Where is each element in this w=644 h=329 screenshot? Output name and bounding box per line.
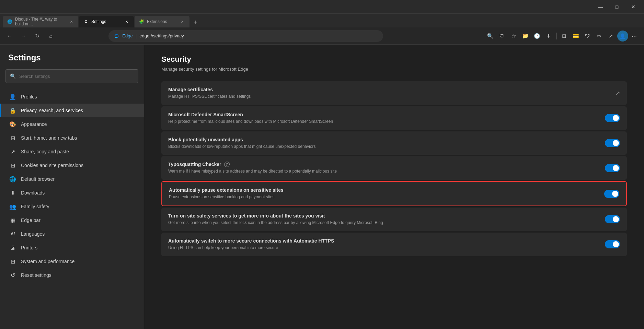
setting-title-site-safety: Turn on site safety services to get more… xyxy=(168,213,598,219)
toggle-defender[interactable] xyxy=(605,114,620,122)
sidebar-item-label-privacy: Privacy, search, and services xyxy=(21,108,83,113)
setting-title-auto-https: Automatically switch to more secure conn… xyxy=(168,238,598,244)
privacy-icon: 🔒 xyxy=(9,107,16,114)
settings-title: Settings xyxy=(0,53,144,69)
toggle-typosquatting[interactable] xyxy=(605,164,620,172)
sidebar-item-cookies[interactable]: ⊞ Cookies and site permissions xyxy=(0,158,144,172)
screenshot-icon[interactable]: ✂ xyxy=(594,31,605,42)
history-icon[interactable]: 🕐 xyxy=(532,31,543,42)
sidebar-item-label-cookies: Cookies and site permissions xyxy=(21,163,83,168)
sidebar-item-label-profiles: Profiles xyxy=(21,94,37,99)
sidebar-item-system[interactable]: ⊟ System and performance xyxy=(0,255,144,268)
address-bar: ← → ↻ ⌂ Edge | 🔍 🛡 ☆ 📁 🕐 ⬇ ⊞ 💳 🛡 ✂ ↗ 👤 ⋯ xyxy=(0,27,644,45)
page-title: Security xyxy=(161,55,627,64)
adblock-icon[interactable]: 🛡 xyxy=(582,31,593,42)
downloads-icon[interactable]: ⬇ xyxy=(543,31,554,42)
apps-icon[interactable]: ⊞ xyxy=(559,31,570,42)
sidebar-item-reset[interactable]: ↺ Reset settings xyxy=(0,268,144,282)
setting-title-typosquatting: Typosquatting Checker ? xyxy=(168,162,598,167)
tab-label-disqus: Disqus - The #1 way to build an... xyxy=(15,17,66,26)
sidebar-item-label-languages: Languages xyxy=(21,231,45,237)
setting-defender: Microsoft Defender SmartScreen Help prot… xyxy=(161,106,627,130)
browser-essentials-icon[interactable]: 🛡 xyxy=(497,31,508,42)
sidebar-item-share[interactable]: ↗ Share, copy and paste xyxy=(0,145,144,158)
sidebar-item-appearance[interactable]: 🎨 Appearance xyxy=(0,117,144,131)
sidebar-item-label-edge-bar: Edge bar xyxy=(21,218,41,223)
sidebar-item-default-browser[interactable]: 🌐 Default browser xyxy=(0,172,144,186)
setting-manage-certs: Manage certificates Manage HTTPS/SSL cer… xyxy=(161,81,627,105)
refresh-button[interactable]: ↻ xyxy=(32,31,43,42)
tab-close-settings[interactable]: ✕ xyxy=(124,19,130,25)
sidebar-item-family[interactable]: 👥 Family safety xyxy=(0,200,144,213)
sidebar-item-languages[interactable]: A/ Languages xyxy=(0,227,144,241)
share-icon: ↗ xyxy=(9,148,16,155)
main-layout: Settings 🔍 👤 Profiles 🔒 Privacy, search,… xyxy=(0,45,644,329)
setting-desc-manage-certs: Manage HTTPS/SSL certificates and settin… xyxy=(168,94,609,99)
title-bar: — □ ✕ xyxy=(0,0,644,14)
sidebar-item-label-printers: Printers xyxy=(21,245,37,250)
sidebar: Settings 🔍 👤 Profiles 🔒 Privacy, search,… xyxy=(0,45,144,329)
setting-title-pause-extensions: Automatically pause extensions on sensit… xyxy=(169,187,597,193)
wallet-icon[interactable]: 💳 xyxy=(571,31,582,42)
toggle-block-unwanted[interactable] xyxy=(605,139,620,147)
home-button[interactable]: ⌂ xyxy=(45,31,56,42)
downloads-icon: ⬇ xyxy=(9,189,16,196)
url-input[interactable] xyxy=(139,33,378,38)
new-tab-button[interactable]: + xyxy=(190,17,200,27)
search-input[interactable] xyxy=(19,74,134,79)
maximize-button[interactable]: □ xyxy=(609,1,625,12)
sidebar-item-edge-bar[interactable]: ▦ Edge bar xyxy=(0,213,144,227)
tab-close-disqus[interactable]: ✕ xyxy=(69,19,74,25)
tab-icon-settings: ⚙ xyxy=(83,19,89,24)
favorites-icon[interactable]: ☆ xyxy=(508,31,519,42)
sidebar-item-label-reset: Reset settings xyxy=(21,272,51,278)
minimize-button[interactable]: — xyxy=(593,1,608,12)
external-link-icon[interactable]: ↗ xyxy=(616,90,620,96)
setting-site-safety: Turn on site safety services to get more… xyxy=(161,208,627,231)
setting-desc-site-safety: Get more site info when you select the l… xyxy=(168,220,598,226)
edge-logo-icon xyxy=(113,33,119,39)
search-box[interactable]: 🔍 xyxy=(5,69,138,83)
sidebar-item-label-family: Family safety xyxy=(21,204,49,209)
sidebar-item-downloads[interactable]: ⬇ Downloads xyxy=(0,186,144,200)
sidebar-item-privacy[interactable]: 🔒 Privacy, search, and services xyxy=(0,104,144,117)
toggle-pause-extensions[interactable] xyxy=(604,190,619,198)
setting-desc-block-unwanted: Blocks downloads of low-reputation apps … xyxy=(168,144,598,150)
sidebar-item-label-system: System and performance xyxy=(21,259,74,264)
toolbar-icons: 🔍 🛡 ☆ 📁 🕐 ⬇ ⊞ 💳 🛡 ✂ ↗ 👤 ⋯ xyxy=(485,31,640,42)
toggle-site-safety[interactable] xyxy=(605,215,620,223)
tab-disqus[interactable]: 🌐 Disqus - The #1 way to build an... ✕ xyxy=(3,16,78,27)
tab-settings[interactable]: ⚙ Settings ✕ xyxy=(79,16,134,27)
languages-icon: A/ xyxy=(9,231,16,237)
sidebar-item-start-home[interactable]: ⊞ Start, home, and new tabs xyxy=(0,131,144,145)
search-icon[interactable]: 🔍 xyxy=(485,31,496,42)
setting-title-defender: Microsoft Defender SmartScreen xyxy=(168,112,598,117)
tab-icon-extensions: 🧩 xyxy=(139,19,144,24)
share-icon[interactable]: ↗ xyxy=(606,31,617,42)
forward-button[interactable]: → xyxy=(18,31,29,42)
tab-extensions[interactable]: 🧩 Extensions ✕ xyxy=(135,16,189,27)
sidebar-item-label-share: Share, copy and paste xyxy=(21,149,69,154)
setting-auto-https: Automatically switch to more secure conn… xyxy=(161,233,627,256)
sidebar-item-profiles[interactable]: 👤 Profiles xyxy=(0,90,144,104)
family-icon: 👥 xyxy=(9,203,16,210)
profiles-icon: 👤 xyxy=(9,93,16,100)
tab-bar: 🌐 Disqus - The #1 way to build an... ✕ ⚙… xyxy=(0,14,644,27)
help-icon-typosquatting[interactable]: ? xyxy=(224,162,230,167)
address-input-wrap[interactable]: Edge | xyxy=(108,30,383,42)
sidebar-item-label-default-browser: Default browser xyxy=(21,176,55,182)
profile-icon[interactable]: 👤 xyxy=(617,31,628,42)
settings-more-icon[interactable]: ⋯ xyxy=(629,31,640,42)
collections-icon[interactable]: 📁 xyxy=(520,31,531,42)
setting-info-defender: Microsoft Defender SmartScreen Help prot… xyxy=(168,112,598,125)
setting-desc-auto-https: Using HTTPS can help keep your personal … xyxy=(168,245,598,251)
reset-icon: ↺ xyxy=(9,272,16,279)
tab-icon-disqus: 🌐 xyxy=(7,19,12,24)
sidebar-item-printers[interactable]: 🖨 Printers xyxy=(0,241,144,255)
toggle-auto-https[interactable] xyxy=(605,240,620,248)
setting-info-auto-https: Automatically switch to more secure conn… xyxy=(168,238,598,251)
close-button[interactable]: ✕ xyxy=(625,1,641,12)
setting-block-unwanted: Block potentially unwanted apps Blocks d… xyxy=(161,131,627,155)
tab-close-extensions[interactable]: ✕ xyxy=(179,19,185,25)
back-button[interactable]: ← xyxy=(4,31,15,42)
